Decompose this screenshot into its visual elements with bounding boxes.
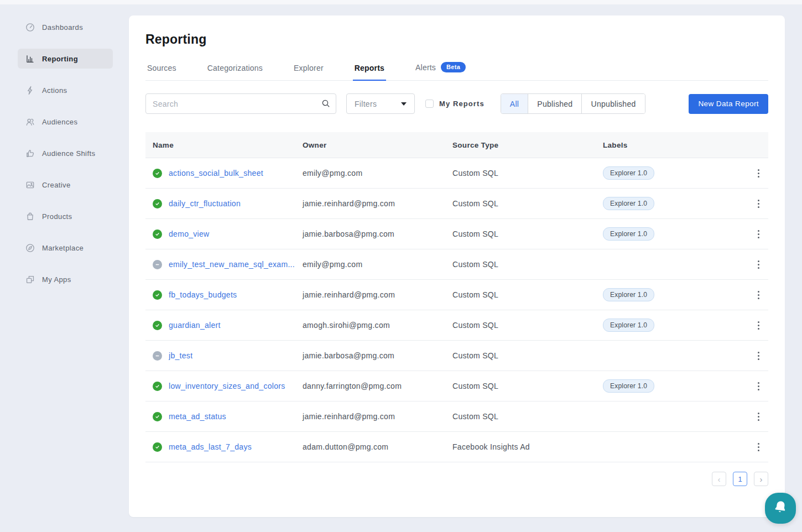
pagination-next-button[interactable]: › (754, 472, 768, 486)
unpublished-minus-icon (153, 351, 162, 361)
table-row: meta_ad_statusjamie.reinhard@pmg.comCust… (145, 401, 768, 432)
tab-categorizations[interactable]: Categorizations (206, 64, 264, 81)
row-actions-kebab-icon[interactable] (748, 166, 768, 181)
report-name-link[interactable]: jb_test (169, 351, 192, 360)
source-type-cell: Custom SQL (452, 260, 603, 269)
labels-cell: Explorer 1.0 (603, 319, 748, 332)
pagination: ‹ 1 › (145, 472, 768, 486)
sidebar-item-label: Audience Shifts (42, 149, 95, 158)
unpublished-minus-icon (153, 260, 162, 269)
owner-cell: danny.farrington@pmg.com (303, 382, 452, 390)
tab-label: Explorer (294, 64, 324, 72)
report-name-link[interactable]: demo_view (169, 230, 210, 238)
my-reports-toggle[interactable]: My Reports (425, 100, 485, 108)
sidebar: DashboardsReportingActionsAudiencesAudie… (0, 0, 129, 532)
row-actions-kebab-icon[interactable] (748, 379, 768, 394)
tab-alerts[interactable]: AlertsBeta (414, 62, 467, 81)
owner-cell: adam.dutton@pmg.com (303, 442, 452, 451)
name-cell: actions_social_bulk_sheet (145, 169, 303, 178)
row-actions-kebab-icon[interactable] (748, 409, 768, 424)
report-name-link[interactable]: meta_ads_last_7_days (169, 442, 252, 451)
my-reports-checkbox[interactable] (425, 100, 434, 108)
name-cell: demo_view (145, 230, 303, 239)
report-name-link[interactable]: guardian_alert (169, 321, 221, 330)
segment-published[interactable]: Published (528, 94, 581, 113)
tab-explorer[interactable]: Explorer (292, 64, 325, 81)
tab-label: Alerts (415, 63, 436, 72)
reporting-icon (25, 54, 35, 64)
name-cell: guardian_alert (145, 321, 303, 330)
sidebar-item-audiences[interactable]: Audiences (18, 112, 113, 132)
reporting-card: Reporting SourcesCategorizationsExplorer… (129, 15, 785, 517)
row-actions-kebab-icon[interactable] (748, 227, 768, 242)
row-actions-kebab-icon[interactable] (748, 257, 768, 272)
owner-cell: emily@pmg.com (303, 260, 452, 269)
column-header-name: Name (145, 141, 303, 149)
sidebar-item-label: Marketplace (42, 244, 84, 252)
source-type-cell: Custom SQL (452, 230, 603, 238)
source-type-cell: Custom SQL (452, 321, 603, 330)
label-pill: Explorer 1.0 (603, 319, 654, 332)
segment-all[interactable]: All (501, 94, 528, 113)
owner-cell: jamie.barbosa@pmg.com (303, 230, 452, 238)
row-actions-kebab-icon[interactable] (748, 348, 768, 363)
report-name-link[interactable]: daily_ctr_fluctuation (169, 199, 241, 208)
row-actions-kebab-icon[interactable] (748, 196, 768, 211)
row-actions-kebab-icon[interactable] (748, 288, 768, 302)
tab-sources[interactable]: Sources (145, 64, 178, 81)
tab-reports[interactable]: Reports (353, 64, 386, 81)
my-apps-icon (25, 275, 35, 284)
published-check-icon (153, 382, 162, 391)
label-pill: Explorer 1.0 (603, 288, 654, 301)
tab-label: Categorizations (207, 64, 263, 72)
report-name-link[interactable]: low_inventory_sizes_and_colors (169, 382, 285, 390)
published-check-icon (153, 290, 162, 300)
report-name-link[interactable]: emily_test_new_name_sql_exam... (169, 260, 295, 269)
source-type-cell: Custom SQL (452, 382, 603, 390)
sidebar-item-label: Creative (42, 181, 71, 189)
sidebar-item-label: Reporting (42, 55, 78, 63)
my-reports-label: My Reports (439, 100, 485, 108)
report-name-link[interactable]: actions_social_bulk_sheet (169, 169, 263, 178)
audience-shifts-icon (25, 149, 35, 158)
name-cell: jb_test (145, 351, 303, 361)
chevron-right-icon: › (760, 474, 763, 484)
pagination-page-button[interactable]: 1 (733, 472, 747, 486)
new-data-report-button[interactable]: New Data Report (689, 94, 768, 114)
published-check-icon (153, 321, 162, 330)
table-row: demo_viewjamie.barbosa@pmg.comCustom SQL… (145, 219, 768, 249)
search-input[interactable] (145, 93, 336, 114)
source-type-cell: Custom SQL (452, 169, 603, 178)
products-icon (25, 212, 35, 221)
filters-dropdown[interactable]: Filters (346, 93, 415, 114)
segment-unpublished[interactable]: Unpublished (581, 94, 644, 113)
sidebar-item-dashboards[interactable]: Dashboards (18, 17, 113, 37)
sidebar-item-label: Products (42, 212, 72, 221)
sidebar-item-creative[interactable]: Creative (18, 175, 113, 195)
sidebar-item-products[interactable]: Products (18, 206, 113, 226)
row-actions-kebab-icon[interactable] (748, 318, 768, 333)
labels-cell: Explorer 1.0 (603, 227, 748, 241)
report-name-link[interactable]: fb_todays_budgets (169, 290, 237, 299)
report-name-link[interactable]: meta_ad_status (169, 412, 226, 421)
sidebar-item-label: My Apps (42, 275, 71, 284)
column-header-labels: Labels (603, 141, 748, 149)
dashboards-icon (25, 23, 35, 32)
sidebar-item-reporting[interactable]: Reporting (18, 49, 113, 69)
name-cell: meta_ad_status (145, 412, 303, 421)
sidebar-item-actions[interactable]: Actions (18, 80, 113, 100)
owner-cell: jamie.reinhard@pmg.com (303, 412, 452, 421)
sidebar-item-my-apps[interactable]: My Apps (18, 269, 113, 289)
sidebar-item-audience-shifts[interactable]: Audience Shifts (18, 143, 113, 163)
published-check-icon (153, 230, 162, 239)
table-row: guardian_alertamogh.sirohi@pmg.comCustom… (145, 310, 768, 341)
row-actions-kebab-icon[interactable] (748, 440, 768, 455)
labels-cell: Explorer 1.0 (603, 288, 748, 301)
pagination-prev-button[interactable]: ‹ (712, 472, 726, 486)
owner-cell: amogh.sirohi@pmg.com (303, 321, 452, 330)
label-pill: Explorer 1.0 (603, 379, 654, 393)
label-pill: Explorer 1.0 (603, 197, 654, 210)
audiences-icon (25, 117, 35, 127)
chat-widget-button[interactable] (765, 493, 796, 524)
sidebar-item-marketplace[interactable]: Marketplace (18, 238, 113, 258)
